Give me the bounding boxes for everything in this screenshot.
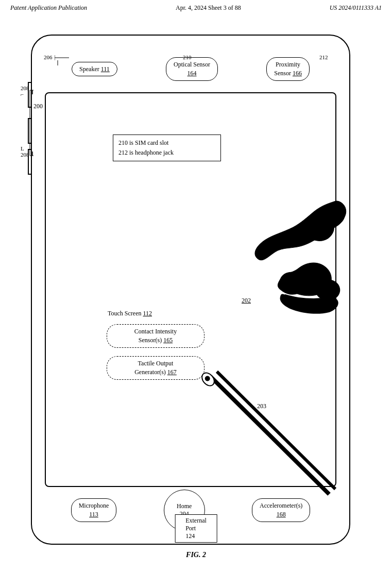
ref-206: 206	[44, 54, 70, 61]
ref-200: 200	[33, 103, 43, 110]
device-top-section: Speaker 111 Optical Sensor164 ProximityS…	[32, 36, 349, 92]
header-center: Apr. 4, 2024 Sheet 3 of 88	[176, 4, 241, 12]
figure-caption: FIG. 2	[186, 551, 206, 559]
svg-line-1	[211, 377, 329, 494]
speaker-label: Speaker 111	[72, 62, 117, 77]
sim-annotation-box: 210 is SIM card slot 212 is headphone ja…	[113, 135, 221, 161]
svg-line-2	[217, 372, 335, 489]
device-outer: Speaker 111 Optical Sensor164 ProximityS…	[31, 35, 350, 545]
screen-area: 210 is SIM card slot 212 is headphone ja…	[45, 92, 336, 487]
ref-208-bot: L208	[21, 145, 29, 158]
ref-212: 212	[319, 54, 328, 60]
side-button-mid1	[28, 118, 32, 144]
microphone-label: Microphone113	[71, 498, 117, 522]
ref-208-top: 208⌐	[21, 85, 29, 97]
diagram-container: Portable Multifunction Device 100 Speake…	[0, 14, 392, 564]
contact-intensity-label: Contact IntensitySensor(s) 165	[107, 324, 204, 348]
optical-sensor-label: Optical Sensor164	[166, 57, 218, 81]
hand-drawing	[190, 196, 365, 351]
tactile-output-label: Tactile OutputGenerator(s) 167	[107, 356, 204, 380]
accelerometer-label: Accelerometer(s)168	[252, 498, 310, 522]
header-left: Patent Application Publication	[10, 4, 87, 12]
ref-203: 203	[257, 402, 266, 410]
ref-210: 210	[183, 54, 192, 60]
ref-202: 202	[242, 297, 251, 305]
header-right: US 2024/0111333 A1	[330, 4, 382, 12]
touch-screen-label: Touch Screen 112	[108, 310, 152, 317]
annotation-line2: 212 is headphone jack	[118, 149, 174, 156]
proximity-sensor-label: ProximitySensor 166	[266, 57, 310, 81]
annotation-line1: 210 is SIM card slot	[118, 139, 168, 146]
